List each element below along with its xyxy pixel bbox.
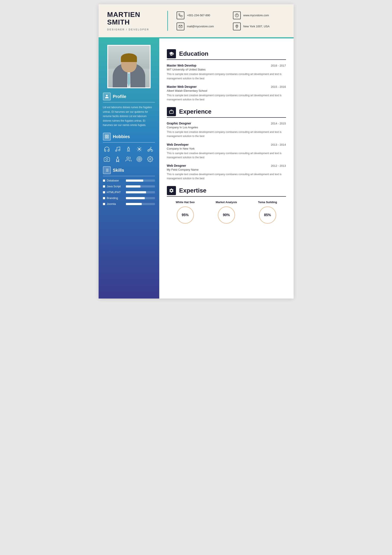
education-title: Education <box>179 50 209 57</box>
body: Profile Lid est laborums doloes rumes th… <box>99 38 294 299</box>
expertise-circle: 95% <box>177 206 194 224</box>
profile-divider <box>103 102 155 102</box>
photo-placeholder <box>108 46 150 87</box>
skill-bar-fill <box>126 197 145 199</box>
contact-phone: +001-234-567-890 <box>177 12 229 19</box>
svg-point-9 <box>115 150 117 152</box>
skill-branding: Branding <box>103 197 155 200</box>
svg-rect-5 <box>105 135 106 136</box>
entry-desc: This is sample text creative development… <box>167 94 286 102</box>
email-icon <box>177 22 184 30</box>
location-text: New York 1007, USA <box>243 25 269 28</box>
experience-icon <box>167 107 176 116</box>
phone-icon <box>177 12 184 19</box>
skill-bar-bg <box>126 180 155 182</box>
experience-entry-1: Graphic Desgner 2014 - 2015 Company In L… <box>167 122 286 138</box>
experience-entry-2: Web Developer 2013 - 2014 Company In New… <box>167 143 286 160</box>
skill-bar-bg <box>126 203 155 205</box>
entry-header: Web Developer 2013 - 2014 <box>167 143 286 146</box>
entry-header: Master Web Desgner 2015 - 2016 <box>167 85 286 88</box>
entry-date: 2012 - 2013 <box>271 164 286 167</box>
entry-title: Graphic Desgner <box>167 122 191 125</box>
svg-point-18 <box>138 158 141 161</box>
entry-date: 2013 - 2014 <box>271 143 286 146</box>
entry-subtitle: MIT University of United States <box>167 68 286 71</box>
hobbies-divider <box>103 142 155 143</box>
expertise-percent: 85% <box>264 213 271 217</box>
entry-date: 2015 - 2016 <box>271 85 286 88</box>
entry-header: Graphic Desgner 2014 - 2015 <box>167 122 286 125</box>
skill-html: HTML/PHT <box>103 190 155 194</box>
expertise-circle: 90% <box>218 206 235 224</box>
hobby-satellite-icon <box>135 145 143 153</box>
skill-name: HTML/PHT <box>107 190 124 194</box>
skills-icon <box>103 166 111 174</box>
skill-bullet <box>103 197 105 199</box>
hobbies-section-header: Hobbies <box>103 133 155 140</box>
skill-bar-bg <box>126 185 155 188</box>
profile-photo <box>107 45 151 88</box>
experience-title: Experience <box>179 108 211 115</box>
website-text: www.mycvstore.com <box>243 14 269 17</box>
main-content: Education Master Web Develop 2016 - 2017… <box>159 38 294 299</box>
svg-point-14 <box>106 159 108 161</box>
svg-point-2 <box>236 14 237 15</box>
hobbies-grid <box>103 145 155 163</box>
entry-title: Web Desgner <box>167 164 186 167</box>
expertise-label: White Hat Seo <box>167 201 204 204</box>
svg-point-16 <box>127 157 129 159</box>
svg-point-20 <box>149 159 151 160</box>
svg-point-13 <box>151 150 152 152</box>
expertise-grid: White Hat Seo 95% Market Analysis 90% <box>167 201 286 224</box>
skills-section-header: Skills <box>103 166 155 174</box>
entry-title: Web Developer <box>167 143 189 146</box>
svg-point-10 <box>118 149 120 151</box>
hobby-cycling-icon <box>146 145 154 153</box>
expertise-section-header: Expertise <box>167 186 286 195</box>
hobbies-icon <box>103 133 111 140</box>
sidebar: Profile Lid est laborums doloes rumes th… <box>99 38 159 299</box>
full-name: MARTIEN SMITH <box>107 11 161 26</box>
hobbies-section-title: Hobbies <box>113 134 130 139</box>
expertise-label: Tema Suilding <box>249 201 286 204</box>
entry-desc: This is sample text creative development… <box>167 151 286 160</box>
skill-bar-fill <box>126 191 146 193</box>
skill-bar-fill <box>126 185 140 188</box>
svg-rect-7 <box>105 137 106 138</box>
contact-block: +001-234-567-890 www.mycvstore.com <box>168 12 285 30</box>
contact-website: www.mycvstore.com <box>233 12 285 19</box>
skill-bar-fill <box>126 203 142 205</box>
entry-date: 2016 - 2017 <box>271 64 286 67</box>
phone-text: +001-234-567-890 <box>187 14 210 17</box>
expertise-title: Expertise <box>179 187 206 194</box>
entry-subtitle: Company In New York <box>167 147 286 150</box>
experience-divider <box>167 117 286 118</box>
skills-divider <box>103 176 155 176</box>
header-name-block: MARTIEN SMITH DESIGNER / DEVELOPER <box>107 11 168 31</box>
expertise-item-2: Market Analysis 90% <box>208 201 245 224</box>
skill-name: Joomla <box>107 202 124 205</box>
hobby-camera-icon <box>103 155 111 163</box>
hobby-target-icon <box>135 155 143 163</box>
resume-container: MARTIEN SMITH DESIGNER / DEVELOPER +001-… <box>99 4 294 299</box>
entry-subtitle: Albert Walah Elementary School <box>167 89 286 92</box>
svg-rect-6 <box>107 135 108 136</box>
expertise-item-1: White Hat Seo 95% <box>167 201 204 224</box>
hobby-group-icon <box>125 155 132 163</box>
svg-point-19 <box>139 159 140 160</box>
skill-name: Database <box>107 179 124 182</box>
circle-container: 85% <box>249 206 286 224</box>
circle-container: 95% <box>167 206 204 224</box>
entry-date: 2014 - 2015 <box>271 122 286 125</box>
profile-text: Lid est laborums doloes rumes the fugate… <box>103 105 155 127</box>
hobby-chess-icon <box>125 145 132 153</box>
skill-bullet <box>103 180 105 182</box>
hobby-gear-icon <box>146 155 154 163</box>
education-section-header: Education <box>167 49 286 58</box>
svg-point-4 <box>236 26 237 26</box>
header: MARTIEN SMITH DESIGNER / DEVELOPER +001-… <box>99 4 294 38</box>
skill-bar-bg <box>126 197 155 199</box>
entry-subtitle: Company In Los Angeles <box>167 126 286 129</box>
skill-database: Database <box>103 179 155 182</box>
skill-bullet <box>103 191 105 193</box>
